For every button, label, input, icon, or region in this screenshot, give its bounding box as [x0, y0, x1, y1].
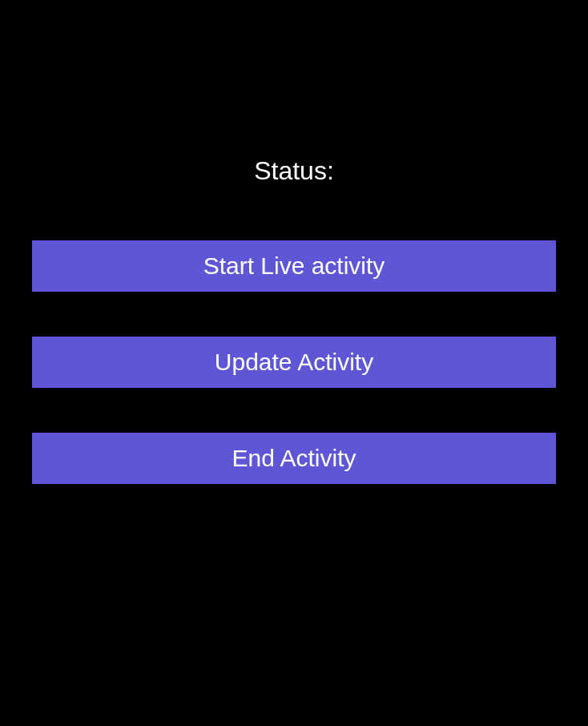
start-live-activity-button[interactable]: Start Live activity	[32, 240, 556, 292]
update-activity-button[interactable]: Update Activity	[32, 337, 556, 388]
status-label: Status:	[254, 156, 334, 186]
end-activity-button[interactable]: End Activity	[32, 433, 556, 484]
